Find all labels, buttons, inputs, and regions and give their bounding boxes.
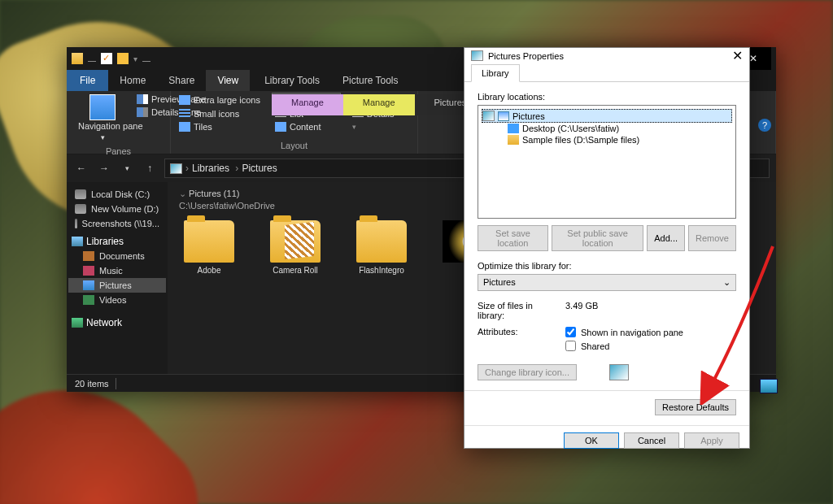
home-tab[interactable]: Home <box>108 70 157 91</box>
tiles-button[interactable]: Tiles <box>176 120 264 133</box>
library-locations-label: Library locations: <box>478 92 736 102</box>
library-tools-context[interactable]: Manage <box>272 94 343 115</box>
help-icon[interactable]: ? <box>758 119 771 132</box>
cancel-button[interactable]: Cancel <box>624 432 679 449</box>
layout-group-label: Layout <box>176 139 412 152</box>
library-tab[interactable]: Library <box>471 64 520 82</box>
dialog-close-button[interactable]: ✕ <box>732 48 743 63</box>
dialog-tabs: Library <box>464 63 749 82</box>
panes-group-label: Panes <box>72 145 165 158</box>
change-icon-button[interactable]: Change library icon... <box>478 364 577 380</box>
sidebar-documents[interactable]: Documents <box>68 249 166 263</box>
share-tab[interactable]: Share <box>157 70 206 91</box>
qat-checkbox-icon[interactable]: ✓ <box>101 53 112 64</box>
sidebar-screenshots[interactable]: Screenshots (\\19... <box>68 216 166 231</box>
navigation-pane-button[interactable]: Navigation pane <box>78 122 127 131</box>
remove-location-button[interactable]: Remove <box>688 225 736 251</box>
size-label: Size of files in library: <box>478 301 559 320</box>
content-button[interactable]: Content <box>272 120 341 133</box>
library-current-icon <box>609 364 629 380</box>
set-save-location-button[interactable]: Set save location <box>478 225 548 251</box>
context-tab-bar: Manage Manage Pictures <box>272 94 486 115</box>
qat-folder-icon[interactable] <box>117 53 129 64</box>
apply-button[interactable]: Apply <box>684 432 739 449</box>
dialog-title-bar: Pictures Properties ✕ <box>464 48 749 63</box>
qat-separator <box>88 55 96 62</box>
sidebar-videos[interactable]: Videos <box>68 293 166 307</box>
chevron-down-icon: ⌄ <box>723 277 731 288</box>
shared-checkbox[interactable]: Shared <box>565 341 683 351</box>
tree-item-desktop[interactable]: Desktop (C:\Users\fatiw) <box>482 123 732 134</box>
breadcrumb-pictures[interactable]: Pictures <box>242 163 277 174</box>
tree-item-sample-files[interactable]: Sample files (D:\Sample files) <box>482 134 732 146</box>
back-button[interactable]: ← <box>73 163 89 174</box>
extra-large-icons-button[interactable]: Extra large icons <box>176 93 264 107</box>
ok-button[interactable]: OK <box>564 432 619 449</box>
crumb-chevron[interactable]: › <box>185 163 189 174</box>
sidebar-pictures[interactable]: Pictures <box>68 278 166 293</box>
library-tools-tab[interactable]: Library Tools <box>253 70 331 91</box>
restore-defaults-button[interactable]: Restore Defaults <box>655 399 736 415</box>
set-public-save-location-button[interactable]: Set public save location <box>552 225 643 251</box>
sidebar-local-disk[interactable]: Local Disk (C:) <box>68 187 166 202</box>
sidebar-music[interactable]: Music <box>68 263 166 278</box>
picture-tools-tab[interactable]: Picture Tools <box>331 70 409 91</box>
picture-tools-context[interactable]: Manage <box>343 94 415 115</box>
size-value: 3.49 GB <box>565 301 598 320</box>
dialog-footer: OK Cancel Apply <box>464 425 749 455</box>
optimize-label: Optimize this library for: <box>478 261 736 271</box>
app-icon <box>72 53 83 64</box>
qat-dropdown-icon[interactable]: ▾ <box>133 54 137 63</box>
locations-tree[interactable]: Pictures Desktop (C:\Users\fatiw) Sample… <box>478 105 736 219</box>
navigation-pane-icon[interactable] <box>89 94 116 120</box>
folder-flashintegro[interactable]: FlashIntegro <box>351 220 412 275</box>
optimize-dropdown[interactable]: Pictures⌄ <box>478 274 736 291</box>
breadcrumb-libraries[interactable]: Libraries <box>192 163 238 174</box>
shown-in-nav-checkbox[interactable]: Shown in navigation pane <box>565 327 683 337</box>
small-icons-button[interactable]: Small icons <box>176 107 264 120</box>
navigation-tree: Local Disk (C:) New Volume (D:) Screensh… <box>67 182 168 374</box>
add-location-button[interactable]: Add... <box>647 225 685 251</box>
status-item-count: 20 items <box>75 379 109 389</box>
dialog-icon <box>471 50 483 61</box>
view-tab[interactable]: View <box>206 70 250 91</box>
recent-locations-button[interactable]: ▾ <box>119 164 135 172</box>
file-menu[interactable]: File <box>67 70 108 91</box>
tree-item-pictures[interactable]: Pictures <box>482 109 732 123</box>
sidebar-new-volume[interactable]: New Volume (D:) <box>68 202 166 216</box>
qat-separator-2 <box>142 55 150 62</box>
dialog-title: Pictures Properties <box>488 51 564 61</box>
taskbar-icon[interactable] <box>760 379 778 393</box>
properties-dialog: Pictures Properties ✕ Library Library lo… <box>464 47 750 449</box>
sidebar-libraries-header[interactable]: Libraries <box>68 231 166 249</box>
up-button[interactable]: ↑ <box>142 163 158 174</box>
attributes-label: Attributes: <box>478 327 559 351</box>
forward-button[interactable]: → <box>96 163 112 174</box>
library-icon <box>170 163 182 174</box>
folder-adobe[interactable]: Adobe <box>179 220 239 275</box>
folder-camera-roll[interactable]: Camera Roll <box>265 220 325 275</box>
sidebar-network-header[interactable]: Network <box>68 312 166 330</box>
